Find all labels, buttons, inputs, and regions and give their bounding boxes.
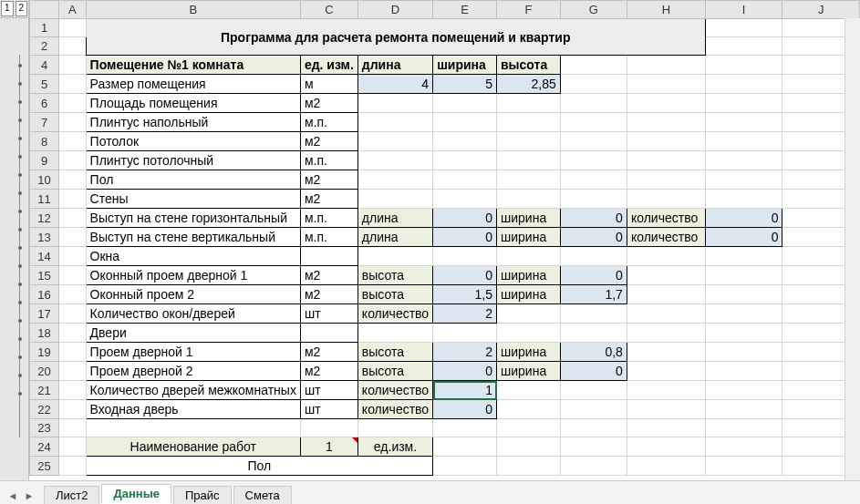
cell[interactable]: ширина: [433, 56, 497, 75]
outline-dot[interactable]: [18, 118, 22, 122]
cell[interactable]: 0,8: [560, 343, 627, 362]
col-header-A[interactable]: A: [59, 1, 87, 19]
col-header-F[interactable]: F: [497, 1, 561, 19]
row-header[interactable]: 25: [30, 457, 59, 476]
row-header[interactable]: 5: [30, 75, 59, 94]
outline-level-1[interactable]: 1: [1, 1, 14, 16]
cell[interactable]: м2: [300, 285, 357, 304]
col-header-D[interactable]: D: [357, 1, 432, 19]
cell[interactable]: Выступ на стене вертикальный: [86, 228, 300, 247]
cell[interactable]: Входная дверь: [86, 400, 300, 419]
cell[interactable]: ширина: [497, 266, 561, 285]
cell[interactable]: [300, 247, 357, 266]
vertical-scrollbar[interactable]: [844, 18, 860, 480]
cell[interactable]: длина: [357, 209, 432, 228]
row-header[interactable]: 4: [30, 56, 59, 75]
row-header[interactable]: 19: [30, 343, 59, 362]
col-header-H[interactable]: H: [627, 1, 705, 19]
row-header[interactable]: 9: [30, 151, 59, 170]
cell[interactable]: 0: [705, 209, 782, 228]
sheet-tab-active[interactable]: Данные: [101, 484, 171, 504]
cell[interactable]: высота: [357, 285, 432, 304]
cell[interactable]: Пол: [86, 170, 300, 190]
cell[interactable]: количество: [357, 381, 432, 400]
cell[interactable]: ед.изм.: [357, 437, 432, 457]
cell[interactable]: м.п.: [300, 151, 357, 170]
cell[interactable]: м.п.: [300, 209, 357, 228]
sheet-tab[interactable]: Лист2: [44, 486, 99, 504]
row-header[interactable]: 13: [30, 228, 59, 247]
cell[interactable]: Выступ на стене горизонтальный: [86, 209, 300, 228]
row-header[interactable]: 18: [30, 324, 59, 343]
outline-column[interactable]: 1 2: [0, 0, 29, 480]
grid-area[interactable]: A B C D E F G H I J 1: [29, 0, 860, 480]
active-cell[interactable]: 1: [433, 381, 497, 400]
col-header-I[interactable]: I: [705, 1, 782, 19]
row-header[interactable]: 14: [30, 247, 59, 266]
row-header[interactable]: 24: [30, 437, 59, 457]
outline-dot[interactable]: [18, 64, 22, 67]
cell[interactable]: 1,7: [560, 285, 627, 304]
cell[interactable]: высота: [357, 266, 432, 285]
row-header[interactable]: 8: [30, 132, 59, 151]
cell[interactable]: 0: [560, 362, 627, 381]
cell[interactable]: высота: [357, 362, 432, 381]
cell[interactable]: Стены: [86, 190, 300, 209]
row-header[interactable]: 17: [30, 304, 59, 324]
outline-dot[interactable]: [18, 82, 22, 86]
cell[interactable]: высота: [357, 343, 432, 362]
outline-dot[interactable]: [18, 191, 22, 195]
cell[interactable]: ед. изм.: [300, 56, 357, 75]
cell[interactable]: м2: [300, 362, 357, 381]
cell[interactable]: шт: [300, 400, 357, 419]
cell[interactable]: м2: [300, 266, 357, 285]
cell[interactable]: 0: [705, 228, 782, 247]
outline-dot[interactable]: [18, 264, 22, 268]
cell[interactable]: 2,85: [497, 75, 561, 94]
cell[interactable]: 1,5: [433, 285, 497, 304]
cell[interactable]: Двери: [86, 324, 300, 343]
outline-dot[interactable]: [18, 137, 22, 140]
col-header-C[interactable]: C: [300, 1, 357, 19]
cell[interactable]: длина: [357, 228, 432, 247]
cell[interactable]: 0: [433, 266, 497, 285]
cell[interactable]: 0: [560, 228, 627, 247]
sheet-tab[interactable]: Смета: [233, 486, 292, 504]
cell[interactable]: ширина: [497, 285, 561, 304]
select-all-corner[interactable]: [30, 1, 59, 19]
cell[interactable]: Плинтус потолочный: [86, 151, 300, 170]
cell[interactable]: ширина: [497, 362, 561, 381]
cell[interactable]: ширина: [497, 343, 561, 362]
cell[interactable]: м2: [300, 94, 357, 113]
cell[interactable]: Количество дверей межкомнатных: [86, 381, 300, 400]
cell[interactable]: Проем дверной 1: [86, 343, 300, 362]
row-header[interactable]: 21: [30, 381, 59, 400]
cell[interactable]: 0: [433, 209, 497, 228]
cell[interactable]: м.п.: [300, 113, 357, 132]
outline-level-2[interactable]: 2: [16, 1, 28, 16]
cell[interactable]: Пол: [86, 457, 433, 476]
spreadsheet-grid[interactable]: A B C D E F G H I J 1: [29, 0, 860, 476]
row-header[interactable]: 10: [30, 170, 59, 190]
cell[interactable]: количество: [357, 400, 432, 419]
cell[interactable]: Окна: [86, 247, 300, 266]
row-header[interactable]: 20: [30, 362, 59, 381]
cell[interactable]: Наименование работ: [86, 437, 300, 457]
cell[interactable]: Плинтус напольный: [86, 113, 300, 132]
cell[interactable]: м2: [300, 190, 357, 209]
cell[interactable]: Потолок: [86, 132, 300, 151]
outline-dot[interactable]: [18, 337, 22, 341]
cell[interactable]: Площадь помещения: [86, 94, 300, 113]
cell[interactable]: количество: [627, 228, 705, 247]
outline-dot[interactable]: [18, 283, 22, 286]
cell[interactable]: Размер помещения: [86, 75, 300, 94]
outline-dot[interactable]: [18, 210, 22, 213]
cell[interactable]: шт: [300, 381, 357, 400]
row-header[interactable]: 22: [30, 400, 59, 419]
title-cell[interactable]: Программа для расчета ремонта помещений …: [86, 19, 705, 56]
cell[interactable]: [300, 324, 357, 343]
cell[interactable]: м2: [300, 170, 357, 190]
cell[interactable]: 2: [433, 343, 497, 362]
outline-dot[interactable]: [18, 246, 22, 250]
cell[interactable]: длина: [357, 56, 432, 75]
